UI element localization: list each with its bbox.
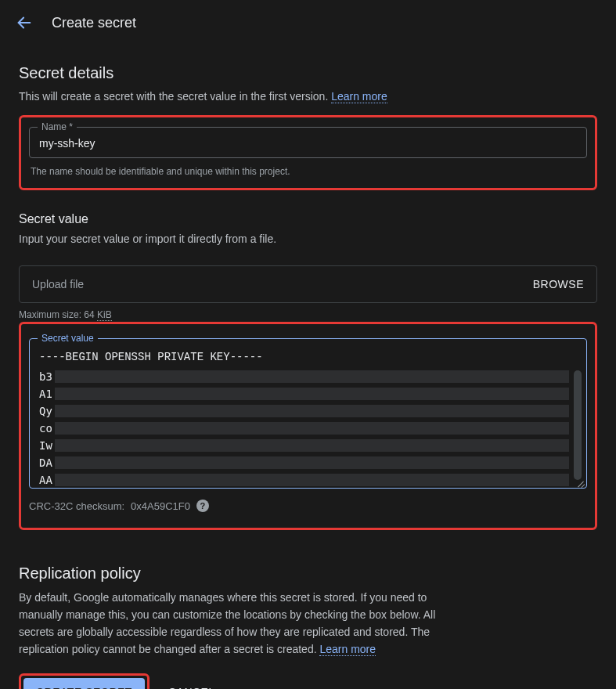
secret-first-line: ----BEGIN OPENSSH PRIVATE KEY----- — [39, 348, 577, 366]
upload-file-label: Upload file — [32, 278, 84, 290]
max-size-text: Maximum size: 64 KiB — [19, 309, 597, 320]
max-size-prefix: Maximum size: 64 — [19, 309, 97, 320]
cancel-button[interactable]: CANCEL — [165, 678, 218, 689]
checksum-row: CRC-32C checksum: 0x4A59C1F0 ? — [29, 500, 587, 512]
textarea-scrollbar[interactable] — [574, 370, 582, 480]
help-icon[interactable]: ? — [196, 500, 209, 512]
secret-value-textarea-label: Secret value — [38, 333, 98, 344]
upload-file-row: Upload file BROWSE — [19, 265, 597, 303]
name-input[interactable] — [30, 128, 586, 157]
secret-value-heading: Secret value — [19, 212, 597, 226]
name-field-label: Name * — [38, 121, 77, 132]
redacted-bar — [55, 370, 569, 383]
secret-details-sub: This will create a secret with the secre… — [19, 88, 597, 104]
secret-value-textarea-wrap[interactable]: Secret value ----BEGIN OPENSSH PRIVATE K… — [29, 338, 587, 489]
redacted-key-rows: b3 A1 Qy co Iw DA AA — [39, 370, 569, 496]
redacted-bar — [55, 422, 569, 435]
learn-more-link[interactable]: Learn more — [331, 90, 387, 103]
secret-value-highlight-box: Secret value ----BEGIN OPENSSH PRIVATE K… — [19, 322, 597, 530]
name-highlight-box: Name * The name should be identifiable a… — [19, 115, 597, 190]
key-prefix: AA — [39, 474, 55, 486]
create-highlight-box: CREATE SECRET — [19, 673, 149, 689]
key-prefix: DA — [39, 456, 55, 469]
resize-handle-icon[interactable] — [574, 475, 585, 486]
secret-value-sub: Input your secret value or import it dir… — [19, 231, 597, 247]
page-title: Create secret — [52, 15, 136, 31]
create-secret-button[interactable]: CREATE SECRET — [23, 678, 145, 689]
checksum-label: CRC-32C checksum: — [29, 500, 124, 512]
max-size-unit: KiB — [97, 309, 112, 321]
key-prefix: b3 — [39, 370, 55, 383]
redacted-bar — [55, 439, 569, 452]
replication-heading: Replication policy — [19, 565, 597, 583]
secret-details-heading: Secret details — [19, 64, 597, 82]
redacted-bar — [55, 474, 569, 486]
browse-button[interactable]: BROWSE — [533, 278, 584, 290]
replication-text: By default, Google automatically manages… — [19, 589, 457, 658]
key-prefix: Iw — [39, 439, 55, 452]
key-prefix: Qy — [39, 405, 55, 417]
secret-details-sub-text: This will create a secret with the secre… — [19, 90, 331, 103]
redacted-bar — [55, 405, 569, 417]
key-prefix: co — [39, 422, 55, 435]
name-helper-text: The name should be identifiable and uniq… — [31, 166, 585, 177]
checksum-value: 0x4A59C1F0 — [131, 500, 190, 512]
redacted-bar — [55, 456, 569, 469]
replication-learn-more-link[interactable]: Learn more — [319, 643, 376, 656]
redacted-bar — [55, 388, 569, 400]
name-field[interactable]: Name * — [29, 127, 587, 158]
key-prefix: A1 — [39, 388, 55, 400]
back-arrow-icon[interactable] — [16, 14, 33, 31]
page-header: Create secret — [0, 0, 616, 45]
action-bar: CREATE SECRET CANCEL — [19, 673, 597, 689]
